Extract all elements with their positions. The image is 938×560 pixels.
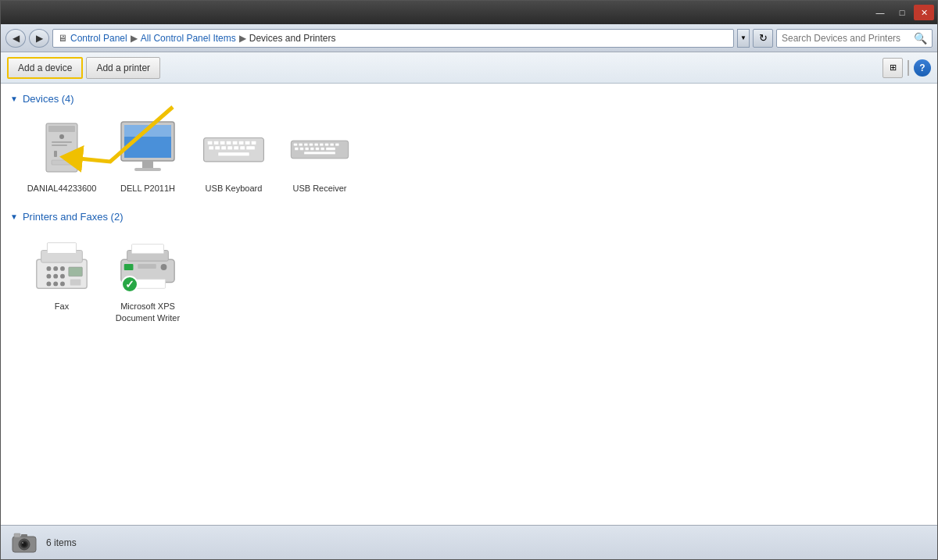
close-button[interactable]: ✕ xyxy=(914,5,934,20)
svg-point-67 xyxy=(161,264,167,270)
devices-toggle[interactable]: ▼ xyxy=(10,95,18,103)
minimize-button[interactable]: — xyxy=(870,5,890,20)
svg-rect-34 xyxy=(310,143,313,145)
keyboard-icon xyxy=(202,117,265,180)
computer-tower-icon xyxy=(30,117,93,180)
svg-rect-28 xyxy=(246,145,255,149)
address-bar: ◀ ▶ 🖥 Control Panel ▶ All Control Panel … xyxy=(1,24,937,52)
svg-rect-38 xyxy=(330,143,334,145)
device-item-fax[interactable]: Fax xyxy=(23,230,101,328)
printers-section-title[interactable]: Printers and Faxes (2) xyxy=(23,211,124,223)
usb-receiver-icon xyxy=(288,117,351,180)
search-input[interactable] xyxy=(782,33,911,44)
device-label-keyboard: USB Keyboard xyxy=(206,183,263,194)
svg-point-53 xyxy=(60,266,65,271)
svg-rect-66 xyxy=(124,264,134,270)
svg-rect-29 xyxy=(218,152,249,155)
svg-rect-32 xyxy=(299,143,303,145)
device-item-keyboard[interactable]: USB Keyboard xyxy=(195,112,273,198)
title-bar: — □ ✕ xyxy=(1,1,937,24)
monitor-icon xyxy=(116,117,179,180)
svg-rect-31 xyxy=(294,143,298,145)
svg-rect-2 xyxy=(48,126,75,132)
svg-point-54 xyxy=(46,274,51,279)
device-item-xps[interactable]: ✓ Microsoft XPS Document Writer xyxy=(109,230,187,328)
svg-point-55 xyxy=(53,274,58,279)
svg-rect-6 xyxy=(54,151,57,157)
refresh-button[interactable]: ↻ xyxy=(753,29,773,48)
main-content: ▼ Devices (4) xyxy=(1,84,937,525)
svg-rect-16 xyxy=(220,141,224,144)
svg-point-59 xyxy=(60,282,65,287)
svg-rect-47 xyxy=(304,152,335,154)
svg-rect-61 xyxy=(70,280,81,286)
svg-rect-15 xyxy=(213,141,218,144)
svg-rect-64 xyxy=(132,244,164,254)
svg-point-57 xyxy=(46,282,51,287)
svg-rect-40 xyxy=(295,147,299,149)
devices-section-header: ▼ Devices (4) xyxy=(10,93,928,105)
printers-toggle[interactable]: ▼ xyxy=(10,212,18,221)
svg-point-75 xyxy=(22,542,23,544)
svg-rect-27 xyxy=(240,145,245,149)
svg-rect-41 xyxy=(300,147,304,149)
toolbar-divider xyxy=(908,60,909,76)
device-item-danial[interactable]: DANIAL44233600 xyxy=(23,112,101,198)
svg-point-58 xyxy=(53,282,58,287)
breadcrumb-current: Devices and Printers xyxy=(249,33,336,44)
svg-rect-35 xyxy=(314,143,318,145)
svg-rect-23 xyxy=(215,145,220,149)
status-item-count: 6 items xyxy=(46,537,77,548)
svg-rect-21 xyxy=(251,141,256,144)
breadcrumb-all-items[interactable]: All Control Panel Items xyxy=(141,33,236,44)
device-label-fax: Fax xyxy=(55,301,69,312)
device-item-dell[interactable]: DELL P2011H xyxy=(109,112,187,198)
svg-rect-20 xyxy=(245,141,249,144)
status-bar: 6 items xyxy=(1,525,937,559)
svg-rect-44 xyxy=(316,147,320,149)
device-item-receiver[interactable]: USB Receiver xyxy=(281,112,359,198)
add-printer-button[interactable]: Add a printer xyxy=(86,57,160,79)
printers-grid: Fax xyxy=(23,230,928,328)
svg-rect-11 xyxy=(142,161,153,169)
svg-rect-39 xyxy=(335,143,339,145)
main-window: — □ ✕ ◀ ▶ 🖥 Control Panel ▶ All Control … xyxy=(0,0,938,560)
svg-rect-22 xyxy=(209,145,213,149)
breadcrumb-dropdown[interactable]: ▼ xyxy=(737,29,750,48)
svg-rect-7 xyxy=(52,160,72,165)
devices-section-title[interactable]: Devices (4) xyxy=(23,93,74,105)
svg-rect-36 xyxy=(320,143,324,145)
forward-button[interactable]: ▶ xyxy=(29,29,49,48)
help-button[interactable]: ? xyxy=(914,59,931,77)
device-label-dell: DELL P2011H xyxy=(120,183,175,194)
svg-rect-14 xyxy=(207,141,212,144)
svg-point-51 xyxy=(46,266,51,271)
xps-printer-icon: ✓ xyxy=(116,235,179,298)
maximize-button[interactable]: □ xyxy=(892,5,912,20)
svg-rect-42 xyxy=(305,147,309,149)
svg-rect-25 xyxy=(227,145,232,149)
printers-section-header: ▼ Printers and Faxes (2) xyxy=(10,211,928,223)
search-icon[interactable]: 🔍 xyxy=(914,32,927,45)
svg-rect-17 xyxy=(226,141,231,144)
devices-grid: DANIAL44233600 xyxy=(23,112,928,198)
device-label-danial: DANIAL44233600 xyxy=(27,183,97,194)
svg-rect-50 xyxy=(47,243,76,254)
breadcrumb: 🖥 Control Panel ▶ All Control Panel Item… xyxy=(52,29,734,48)
svg-rect-19 xyxy=(238,141,243,144)
add-device-button[interactable]: Add a device xyxy=(7,57,83,79)
back-button[interactable]: ◀ xyxy=(5,29,26,48)
svg-rect-33 xyxy=(304,143,308,145)
svg-rect-5 xyxy=(52,144,67,146)
svg-rect-12 xyxy=(134,168,161,171)
search-box: 🔍 xyxy=(776,29,933,48)
status-camera-icon xyxy=(10,529,38,557)
svg-rect-4 xyxy=(52,141,72,143)
svg-rect-43 xyxy=(310,147,314,149)
svg-point-3 xyxy=(59,134,64,139)
svg-point-56 xyxy=(60,274,65,279)
breadcrumb-control-panel[interactable]: Control Panel xyxy=(70,33,127,44)
svg-rect-24 xyxy=(221,145,226,149)
svg-rect-45 xyxy=(320,147,324,149)
view-toggle-button[interactable]: ⊞ xyxy=(883,58,903,78)
